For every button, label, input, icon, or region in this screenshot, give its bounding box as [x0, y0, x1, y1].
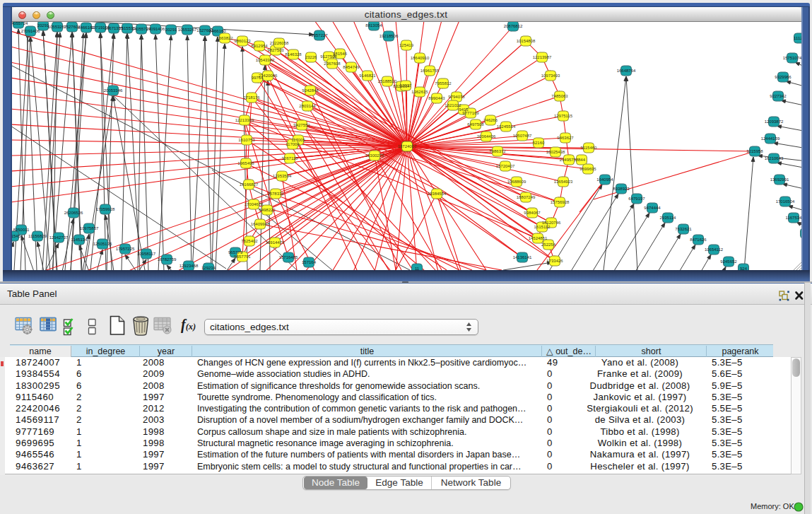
- svg-text:20364436: 20364436: [477, 134, 496, 139]
- svg-text:16648764: 16648764: [617, 69, 636, 73]
- svg-text:16210643: 16210643: [765, 156, 784, 160]
- svg-text:18640910: 18640910: [411, 56, 430, 60]
- svg-text:8471626: 8471626: [690, 238, 707, 242]
- svg-text:9227342: 9227342: [770, 94, 787, 98]
- svg-text:9777169: 9777169: [462, 111, 479, 115]
- svg-text:13654923: 13654923: [554, 180, 573, 184]
- svg-text:10025438: 10025438: [546, 150, 565, 154]
- svg-text:10154808: 10154808: [517, 39, 536, 43]
- svg-text:9657791: 9657791: [234, 255, 251, 259]
- svg-text:11123: 11123: [794, 36, 801, 40]
- svg-text:2367608: 2367608: [324, 62, 341, 66]
- svg-text:991545: 991545: [12, 234, 21, 238]
- svg-text:117004: 117004: [286, 142, 300, 146]
- svg-text:6497508: 6497508: [467, 122, 484, 127]
- svg-text:11156829: 11156829: [28, 234, 47, 238]
- svg-text:252254: 252254: [541, 243, 556, 247]
- svg-text:12942737: 12942737: [49, 235, 69, 240]
- svg-text:10688609: 10688609: [507, 180, 526, 184]
- svg-text:9860123: 9860123: [234, 39, 251, 43]
- svg-text:12505135: 12505135: [93, 242, 112, 246]
- svg-text:1610753: 1610753: [238, 138, 255, 142]
- svg-text:1640954: 1640954: [596, 177, 613, 182]
- svg-text:8454749: 8454749: [343, 65, 360, 69]
- svg-text:18807249: 18807249: [517, 195, 536, 199]
- svg-text:125419: 125419: [399, 43, 414, 47]
- svg-text:16409948: 16409948: [251, 222, 270, 226]
- svg-text:12353594: 12353594: [273, 174, 292, 178]
- svg-text:18724007: 18724007: [398, 144, 417, 148]
- svg-text:10958117: 10958117: [137, 252, 156, 256]
- svg-text:1362615: 1362615: [411, 90, 428, 94]
- svg-text:10973493: 10973493: [541, 74, 560, 78]
- svg-text:2803144: 2803144: [299, 104, 316, 108]
- svg-text:746266: 746266: [483, 118, 498, 122]
- svg-text:16782759: 16782759: [158, 257, 177, 262]
- svg-text:9357227: 9357227: [311, 33, 328, 37]
- svg-text:62160: 62160: [533, 141, 545, 145]
- svg-text:23226058: 23226058: [270, 41, 289, 45]
- svg-text:9115460: 9115460: [581, 146, 598, 150]
- svg-text:16914479: 16914479: [266, 240, 285, 245]
- svg-text:20876812: 20876812: [504, 24, 523, 28]
- svg-text:7955812: 7955812: [435, 81, 452, 86]
- svg-text:9699695: 9699695: [579, 167, 596, 171]
- svg-text:25188520: 25188520: [378, 79, 397, 83]
- svg-text:20291: 20291: [165, 28, 177, 32]
- svg-text:1733426: 1733426: [546, 259, 563, 263]
- svg-text:17957225: 17957225: [116, 247, 135, 251]
- svg-text:12037: 12037: [400, 83, 412, 88]
- svg-text:1167534: 1167534: [786, 216, 801, 220]
- svg-text:19166827: 19166827: [240, 182, 259, 187]
- svg-text:9827503: 9827503: [267, 48, 284, 52]
- svg-text:8350011: 8350011: [13, 228, 30, 232]
- svg-text:9474444: 9474444: [644, 206, 661, 210]
- svg-text:12975115: 12975115: [554, 114, 573, 118]
- svg-text:1965498: 1965498: [237, 161, 254, 165]
- svg-text:8938923: 8938923: [613, 187, 630, 191]
- svg-text:15720407: 15720407: [496, 164, 515, 168]
- svg-text:3215958: 3215958: [746, 149, 763, 153]
- svg-text:7625402: 7625402: [241, 239, 258, 243]
- svg-text:9242848: 9242848: [302, 88, 319, 93]
- svg-text:7485063: 7485063: [551, 94, 568, 98]
- svg-text:157164: 157164: [302, 260, 317, 264]
- svg-text:12444159: 12444159: [761, 136, 780, 141]
- svg-text:19218506: 19218506: [379, 34, 399, 38]
- svg-text:10654112: 10654112: [705, 247, 724, 252]
- svg-text:15756928: 15756928: [551, 200, 570, 204]
- svg-text:20053346: 20053346: [104, 88, 123, 93]
- svg-text:99764: 99764: [252, 76, 264, 80]
- svg-text:8466160: 8466160: [209, 29, 226, 33]
- svg-text:10553267: 10553267: [178, 28, 197, 32]
- svg-text:2935114: 2935114: [660, 216, 677, 220]
- svg-text:26206526: 26206526: [64, 211, 83, 215]
- svg-text:10507487: 10507487: [513, 134, 532, 138]
- svg-text:8813054: 8813054: [365, 23, 382, 28]
- svg-text:15716485: 15716485: [279, 255, 298, 259]
- svg-text:9794078: 9794078: [448, 95, 465, 99]
- svg-text:27091406: 27091406: [21, 29, 40, 33]
- svg-text:1145134: 1145134: [71, 238, 88, 242]
- svg-text:8990443: 8990443: [428, 96, 445, 100]
- svg-text:9146821: 9146821: [359, 74, 376, 78]
- svg-text:15300275: 15300275: [365, 153, 384, 158]
- svg-text:6498222: 6498222: [259, 208, 276, 212]
- svg-text:12093872: 12093872: [765, 119, 784, 124]
- svg-text:12213987: 12213987: [533, 55, 552, 59]
- svg-text:181546: 181546: [333, 52, 348, 56]
- svg-text:129234: 129234: [201, 266, 216, 270]
- svg-text:23495758: 23495758: [560, 158, 579, 162]
- svg-text:10975857: 10975857: [80, 226, 99, 230]
- svg-text:3267110: 3267110: [282, 156, 299, 160]
- svg-text:7663822: 7663822: [216, 36, 233, 40]
- svg-text:17016504: 17016504: [776, 199, 795, 204]
- svg-text:14136141: 14136141: [513, 255, 532, 259]
- svg-text:7632621: 7632621: [675, 227, 692, 231]
- svg-text:9329966: 9329966: [775, 75, 792, 79]
- svg-text:1615112: 1615112: [534, 225, 551, 229]
- svg-text:14524851: 14524851: [529, 236, 548, 240]
- svg-text:15751074: 15751074: [783, 56, 801, 60]
- svg-text:14055724: 14055724: [12, 22, 28, 25]
- svg-text:19384554: 19384554: [428, 192, 447, 196]
